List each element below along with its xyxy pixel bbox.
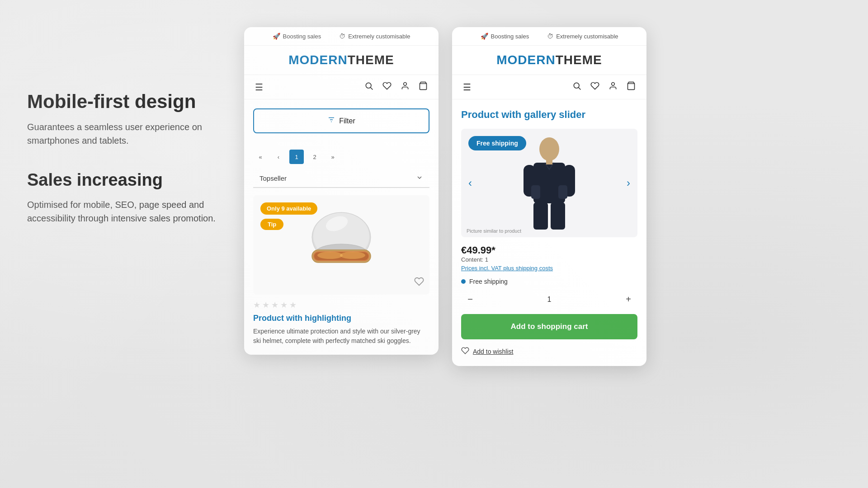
free-shipping-badge: Free shipping — [468, 136, 526, 150]
phone1-brand: MODERNTHEME — [253, 53, 429, 67]
add-wishlist-link[interactable]: Add to wishlist — [473, 348, 513, 355]
gallery-nav-right[interactable]: › — [623, 173, 634, 193]
main-heading: Mobile-first design — [27, 90, 217, 113]
svg-rect-28 — [546, 159, 552, 164]
menu-icon[interactable]: ☰ — [255, 82, 263, 93]
svg-rect-26 — [551, 202, 565, 230]
phone1-bar-item-1: 🚀 Boosting sales — [273, 33, 321, 40]
phone2-bar-text-1: Boosting sales — [491, 33, 529, 40]
phone2-bar-item-2: ⏱ Extremely customisable — [547, 33, 618, 40]
phone2-brand: MODERNTHEME — [461, 53, 637, 67]
filter-label: Filter — [339, 117, 355, 125]
phone-mockup-2: 🚀 Boosting sales ⏱ Extremely customisabl… — [452, 27, 646, 366]
svg-point-27 — [539, 137, 559, 161]
free-ship-label: Free shipping — [461, 278, 637, 285]
phone1-bar-item-2: ⏱ Extremely customisable — [339, 33, 410, 40]
svg-line-1 — [371, 88, 373, 90]
add-to-cart-button[interactable]: Add to shopping cart — [461, 314, 637, 339]
svg-point-18 — [612, 83, 615, 86]
badge-tip: Tip — [260, 219, 283, 230]
add-to-wishlist-row[interactable]: Add to wishlist — [461, 347, 637, 357]
rocket-icon: 🚀 — [273, 33, 280, 40]
phone1-header: MODERNTHEME — [244, 46, 439, 75]
phone2-bar-item-1: 🚀 Boosting sales — [481, 33, 529, 40]
pagination-section: « ‹ 1 2 » Topseller — [253, 142, 429, 188]
product-wishlist-icon[interactable] — [414, 277, 424, 289]
star-1: ★ — [253, 300, 260, 310]
page-first[interactable]: « — [253, 150, 268, 164]
helmet-graphic — [305, 210, 377, 280]
page-prev[interactable]: ‹ — [271, 150, 286, 164]
nav-icons-right — [364, 81, 428, 93]
wishlist-heart-icon — [461, 347, 469, 357]
pagination: « ‹ 1 2 » — [253, 150, 429, 164]
rocket-icon-2: 🚀 — [481, 33, 488, 40]
qty-value: 1 — [547, 296, 552, 304]
free-ship-text: Free shipping — [469, 278, 508, 285]
svg-point-14 — [317, 252, 343, 259]
phones-section: 🚀 Boosting sales ⏱ Extremely customisabl… — [244, 18, 841, 366]
sort-label: Topseller — [259, 174, 287, 182]
star-3: ★ — [271, 300, 278, 310]
svg-point-16 — [574, 83, 579, 88]
main-description: Guarantees a seamless user experience on… — [27, 120, 217, 147]
cart-icon[interactable] — [419, 81, 428, 93]
star-2: ★ — [262, 300, 269, 310]
price-main: €49.99* — [461, 244, 637, 256]
product-card-1: Only 9 available Tip — [253, 195, 429, 346]
star-4: ★ — [280, 300, 288, 310]
product-title-link[interactable]: Product with highlighting — [253, 314, 429, 323]
nav-icons-right-2 — [572, 81, 636, 93]
chevron-down-icon — [416, 174, 423, 183]
phone2-header: MODERNTHEME — [452, 46, 646, 75]
badge-availability: Only 9 available — [260, 202, 317, 215]
brand-modern: MODERN — [288, 53, 347, 67]
sub-description: Optimised for mobile, SEO, page speed an… — [27, 198, 217, 225]
phone-mockup-1: 🚀 Boosting sales ⏱ Extremely customisabl… — [244, 27, 439, 355]
brand-theme: THEME — [348, 53, 394, 67]
qty-minus-btn[interactable]: − — [463, 292, 477, 307]
sub-heading: Sales increasing — [27, 170, 217, 191]
search-icon[interactable] — [364, 81, 373, 93]
svg-point-15 — [340, 252, 365, 259]
product-image-person — [520, 136, 579, 230]
brand-modern-2: MODERN — [496, 53, 555, 67]
menu-icon-2[interactable]: ☰ — [463, 82, 471, 93]
svg-point-0 — [366, 83, 371, 88]
quantity-control: − 1 + — [461, 292, 637, 307]
star-5: ★ — [289, 300, 297, 310]
phone2-bar-text-2: Extremely customisable — [556, 33, 618, 40]
cart-icon-2[interactable] — [627, 81, 636, 93]
brand-theme-2: THEME — [556, 53, 602, 67]
wishlist-icon[interactable] — [382, 81, 392, 93]
sort-dropdown[interactable]: Topseller — [253, 169, 429, 188]
svg-rect-24 — [558, 185, 567, 199]
left-section: Mobile-first design Guarantees a seamles… — [27, 18, 217, 225]
clock-icon-2: ⏱ — [547, 33, 553, 40]
clock-icon: ⏱ — [339, 33, 345, 40]
gallery-nav-left[interactable]: ‹ — [465, 173, 476, 193]
page-next[interactable]: » — [326, 150, 340, 164]
svg-point-2 — [404, 83, 407, 86]
user-icon-2[interactable] — [609, 81, 618, 93]
svg-line-17 — [579, 88, 581, 90]
product-detail: Product with gallery slider Free shippin… — [452, 99, 646, 366]
phone2-nav: ☰ — [452, 75, 646, 99]
svg-rect-23 — [531, 185, 540, 199]
content-label: Content: 1 — [461, 256, 637, 263]
phone2-top-bar: 🚀 Boosting sales ⏱ Extremely customisabl… — [452, 27, 646, 46]
page-2[interactable]: 2 — [307, 150, 322, 164]
ship-dot — [461, 279, 466, 284]
product-detail-title: Product with gallery slider — [461, 108, 637, 122]
search-icon-2[interactable] — [572, 81, 581, 93]
phone1-top-bar: 🚀 Boosting sales ⏱ Extremely customisabl… — [244, 27, 439, 46]
prices-link[interactable]: Prices incl. VAT plus shipping costs — [461, 265, 637, 272]
qty-plus-btn[interactable]: + — [621, 292, 636, 307]
filter-bar[interactable]: Filter — [253, 108, 429, 133]
wishlist-icon-2[interactable] — [590, 81, 599, 93]
user-icon[interactable] — [401, 81, 410, 93]
product-stars: ★ ★ ★ ★ ★ — [253, 300, 429, 310]
product-gallery: Free shipping — [461, 129, 637, 237]
page-layout: Mobile-first design Guarantees a seamles… — [0, 0, 868, 488]
page-1[interactable]: 1 — [289, 150, 304, 164]
